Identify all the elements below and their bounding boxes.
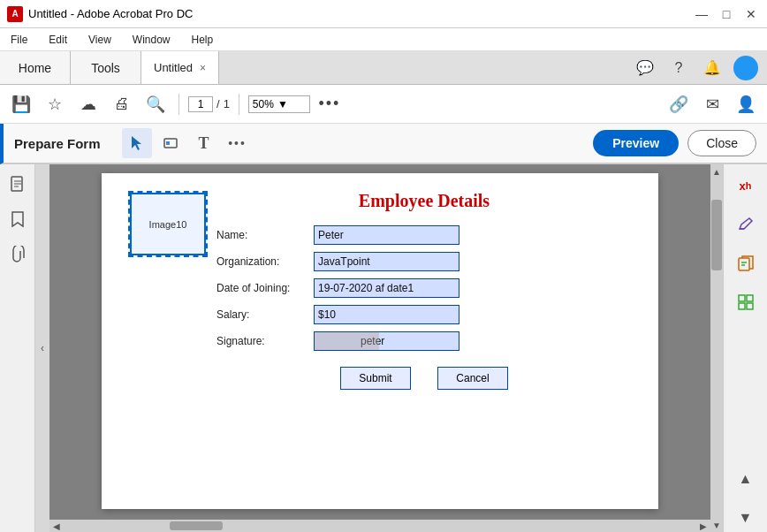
form-field-tool[interactable]: [156, 128, 186, 158]
label-salary: Salary:: [216, 308, 314, 321]
text-field-tool[interactable]: T: [189, 128, 219, 158]
h-scrollbar: ◀ ▶: [49, 520, 710, 532]
select-tool[interactable]: [122, 128, 152, 158]
formula-icon[interactable]: xh: [732, 171, 760, 200]
cancel-button[interactable]: Cancel: [437, 367, 508, 390]
scroll-up-btn[interactable]: ▲: [710, 164, 723, 179]
share-icon[interactable]: 👤: [732, 90, 760, 118]
email-icon[interactable]: ✉: [698, 90, 726, 118]
pages-icon[interactable]: [5, 171, 30, 196]
field-salary[interactable]: $10: [314, 305, 459, 324]
tab-document[interactable]: Untitled ×: [141, 51, 219, 84]
minimize-button[interactable]: —: [693, 5, 710, 23]
tab-spacer: [219, 51, 633, 84]
close-button[interactable]: ✕: [742, 5, 760, 23]
field-date[interactable]: 19-07-2020 af date1: [314, 278, 459, 298]
image-field-inner: Image10: [130, 193, 206, 255]
scroll-left-button[interactable]: ‹: [35, 164, 49, 532]
tab-home[interactable]: Home: [0, 51, 71, 84]
close-form-button[interactable]: Close: [687, 130, 756, 156]
field-salary-value: $10: [318, 308, 336, 321]
scroll-right-btn[interactable]: ▶: [696, 520, 710, 532]
menu-window[interactable]: Window: [129, 32, 174, 48]
bookmark-icon[interactable]: ☆: [41, 90, 69, 118]
v-scrollbar-thumb[interactable]: [711, 200, 722, 270]
form-row-salary: Salary: $10: [216, 305, 632, 324]
chat-icon[interactable]: 💬: [633, 56, 657, 80]
page-nav: / 1: [188, 96, 230, 112]
scroll-bottom-icon[interactable]: ▼: [732, 504, 760, 532]
tab-close-icon[interactable]: ×: [200, 62, 206, 74]
acrobat-icon: A: [7, 6, 23, 22]
print-icon[interactable]: 🖨: [108, 90, 136, 118]
svg-rect-2: [166, 141, 170, 145]
tab-actions: 💬 ? 🔔: [633, 51, 767, 84]
label-org: Organization:: [216, 255, 314, 268]
grid-icon[interactable]: [732, 288, 760, 316]
label-signature: Signature:: [216, 335, 314, 347]
bookmark-panel-icon[interactable]: [5, 207, 30, 232]
field-org[interactable]: JavaTpoint: [314, 252, 459, 271]
acrobat-right-icon[interactable]: [732, 249, 760, 277]
form-row-name: Name: Peter: [216, 225, 632, 245]
image-field[interactable]: Image10: [128, 191, 208, 257]
pdf-area: Image10 Employee Details Name: Peter: [49, 164, 710, 532]
menu-view[interactable]: View: [85, 32, 115, 48]
link-icon[interactable]: 🔗: [664, 90, 693, 118]
zoom-select[interactable]: 50% ▼: [248, 95, 310, 113]
field-org-value: JavaTpoint: [318, 255, 370, 268]
field-name[interactable]: Peter: [314, 225, 459, 245]
form-row-org: Organization: JavaTpoint: [216, 252, 632, 271]
menu-bar: File Edit View Window Help: [0, 28, 767, 51]
attachment-icon[interactable]: [5, 242, 30, 267]
menu-edit[interactable]: Edit: [45, 32, 71, 48]
zoom-arrow-icon: ▼: [277, 98, 288, 110]
cloud-icon[interactable]: ☁: [74, 90, 103, 118]
cancel-label: Cancel: [456, 372, 489, 384]
maximize-button[interactable]: □: [718, 5, 735, 23]
prepare-bar-left: Prepare Form T •••: [14, 128, 253, 158]
svg-rect-14: [747, 303, 753, 309]
edit-pen-icon[interactable]: [732, 210, 760, 239]
h-scrollbar-track: [64, 521, 696, 530]
submit-label: Submit: [359, 372, 391, 384]
prepare-tools: T •••: [122, 128, 253, 158]
bottom-buttons: Submit Cancel: [216, 367, 632, 390]
h-scrollbar-thumb[interactable]: [170, 521, 223, 530]
label-name: Name:: [216, 229, 314, 241]
svg-marker-0: [132, 136, 141, 150]
bell-icon[interactable]: 🔔: [700, 56, 725, 80]
left-panel: [0, 164, 35, 532]
toolbar-separator2: [239, 94, 239, 115]
tab-bar: Home Tools Untitled × 💬 ? 🔔: [0, 51, 767, 85]
zoom-icon[interactable]: 🔍: [141, 90, 170, 118]
menu-file[interactable]: File: [7, 32, 31, 48]
preview-button[interactable]: Preview: [593, 130, 679, 156]
form-table: Name: Peter Organization: JavaTpoint: [216, 225, 632, 351]
tab-tools[interactable]: Tools: [71, 51, 141, 84]
page-number-input[interactable]: [188, 96, 213, 112]
form-row-date: Date of Joining: 19-07-2020 af date1: [216, 278, 632, 298]
more-options-icon[interactable]: •••: [315, 90, 344, 118]
svg-rect-11: [739, 295, 745, 301]
menu-help[interactable]: Help: [188, 32, 217, 48]
v-scrollbar: ▲ ▼: [710, 164, 723, 532]
help-icon[interactable]: ?: [666, 56, 691, 80]
image-field-label: Image10: [149, 219, 187, 230]
right-panel: xh ▲ ▼: [723, 164, 767, 532]
scroll-down-btn[interactable]: ▼: [710, 518, 723, 532]
user-avatar[interactable]: [733, 56, 758, 80]
title-bar-controls: — □ ✕: [693, 5, 760, 23]
zoom-value: 50%: [253, 98, 274, 110]
scroll-left-btn[interactable]: ◀: [49, 520, 64, 532]
field-signature[interactable]: peter: [314, 331, 459, 351]
scroll-top-icon[interactable]: ▲: [732, 465, 760, 493]
svg-rect-8: [739, 258, 749, 270]
svg-rect-13: [739, 303, 745, 309]
save-icon[interactable]: 💾: [7, 90, 35, 118]
pdf-page: Image10 Employee Details Name: Peter: [102, 173, 658, 509]
submit-button[interactable]: Submit: [340, 367, 411, 390]
more-tools[interactable]: •••: [223, 128, 253, 158]
page-sep: /: [216, 97, 220, 110]
employee-title: Employee Details: [216, 191, 632, 211]
